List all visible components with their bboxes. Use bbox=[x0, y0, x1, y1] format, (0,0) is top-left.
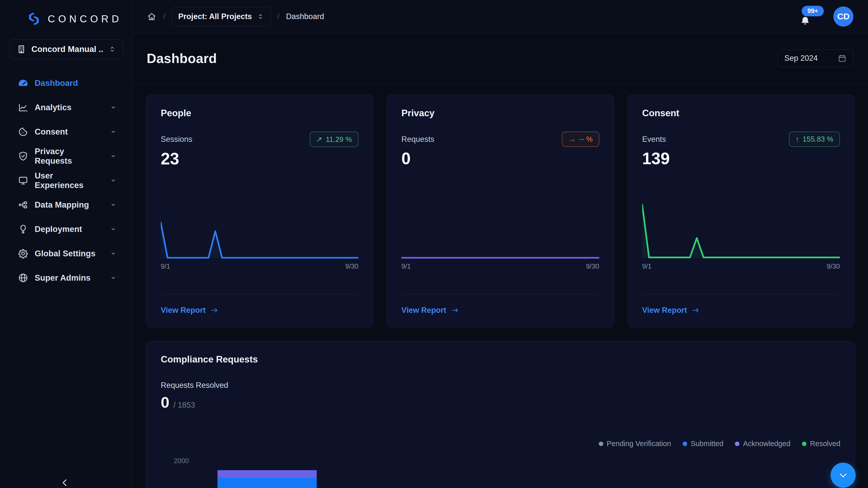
privacy-card: Privacy Requests → -- % 0 9/1 9/ bbox=[386, 95, 614, 328]
organization-selector[interactable]: Concord Manual ... bbox=[9, 39, 123, 59]
monitor-icon bbox=[18, 175, 29, 186]
legend-label: Pending Verification bbox=[607, 440, 671, 448]
gear-icon bbox=[18, 248, 29, 259]
trend-arrow-icon: ↑ bbox=[796, 135, 799, 143]
page-header: Dashboard Sep 2024 bbox=[133, 33, 868, 84]
sidebar-item-label: Analytics bbox=[35, 103, 103, 112]
chevron-down-icon bbox=[109, 201, 117, 209]
sidebar-item-dashboard[interactable]: Dashboard bbox=[0, 71, 132, 95]
metric-label: Sessions bbox=[161, 135, 192, 144]
card-divider bbox=[161, 294, 359, 294]
legend-item: Acknowledged bbox=[735, 440, 790, 448]
trend-value: 11.29 % bbox=[326, 135, 352, 143]
trend-arrow-icon: ↗ bbox=[316, 135, 322, 143]
x-axis-labels: 9/1 9/30 bbox=[642, 263, 840, 270]
consent-card: Consent Events ↑ 155.83 % 139 9/1 bbox=[627, 95, 855, 328]
date-filter-button[interactable]: Sep 2024 bbox=[778, 50, 854, 67]
chevron-down-icon bbox=[109, 128, 117, 136]
legend-dot-submitted bbox=[683, 442, 687, 446]
building-icon bbox=[16, 44, 26, 54]
brand-name: CONCORD bbox=[48, 13, 122, 25]
sidebar-item-user-experiences[interactable]: User Experiences bbox=[0, 168, 132, 193]
project-selector-label: Project: All Projects bbox=[178, 12, 252, 21]
people-card: People Sessions ↗ 11.29 % 23 9/1 bbox=[146, 95, 373, 328]
sidebar-nav: Dashboard Analytics Consent bbox=[0, 71, 132, 290]
notifications-button[interactable]: 99+ bbox=[799, 6, 823, 27]
chart-legend: Pending Verification Submitted Acknowled… bbox=[599, 440, 840, 448]
arrow-right-icon bbox=[691, 306, 700, 315]
y-axis-tick: 2000 bbox=[160, 457, 189, 465]
breadcrumb: / Project: All Projects / Dashboard bbox=[147, 7, 324, 26]
nodes-icon bbox=[18, 199, 29, 210]
topbar-right: 99+ CD bbox=[799, 6, 854, 27]
brand-logo: CONCORD bbox=[0, 7, 132, 27]
trend-arrow-icon: → bbox=[568, 135, 576, 143]
trend-badge: → -- % bbox=[562, 132, 599, 147]
breadcrumb-separator: / bbox=[277, 12, 280, 21]
concord-logo-icon bbox=[26, 10, 42, 27]
sidebar-item-label: Dashboard bbox=[35, 78, 117, 88]
metric-cards-row: People Sessions ↗ 11.29 % 23 9/1 bbox=[146, 95, 855, 328]
legend-label: Acknowledged bbox=[743, 440, 790, 448]
scroll-down-button[interactable] bbox=[831, 463, 856, 488]
metric-value: 23 bbox=[161, 149, 359, 168]
card-divider bbox=[642, 294, 840, 294]
notification-count-badge: 99+ bbox=[802, 6, 824, 16]
x-axis-end: 9/30 bbox=[345, 263, 359, 270]
x-axis-start: 9/1 bbox=[401, 263, 411, 270]
chevron-down-icon bbox=[109, 103, 117, 111]
bell-icon bbox=[799, 15, 811, 27]
globe-icon bbox=[18, 272, 29, 284]
requests-total: / 1853 bbox=[173, 401, 195, 410]
sidebar-item-privacy-requests[interactable]: Privacy Requests bbox=[0, 144, 132, 168]
bar-segment-submitted bbox=[217, 478, 317, 488]
shield-check-icon bbox=[18, 151, 29, 162]
legend-dot-resolved bbox=[802, 442, 806, 446]
events-chart-zone bbox=[642, 202, 840, 259]
chevron-up-down-icon bbox=[108, 45, 117, 54]
avatar[interactable]: CD bbox=[833, 6, 854, 27]
sidebar-item-data-mapping[interactable]: Data Mapping bbox=[0, 193, 132, 217]
legend-dot-pending bbox=[599, 442, 603, 446]
sidebar-item-super-admins[interactable]: Super Admins bbox=[0, 266, 132, 290]
metric-value: 0 bbox=[401, 149, 599, 168]
chevron-down-icon bbox=[109, 176, 117, 185]
view-report-label: View Report bbox=[161, 306, 206, 315]
bar-segment-acknowledged bbox=[217, 470, 317, 478]
legend-label: Resolved bbox=[810, 440, 840, 448]
compliance-title: Compliance Requests bbox=[161, 354, 840, 365]
trend-value: 155.83 % bbox=[802, 135, 833, 143]
x-axis-labels: 9/1 9/30 bbox=[161, 263, 359, 270]
breadcrumb-separator: / bbox=[163, 12, 165, 21]
compliance-metric-label: Requests Resolved bbox=[161, 381, 840, 390]
metric-label: Requests bbox=[401, 135, 434, 144]
sidebar-item-consent[interactable]: Consent bbox=[0, 120, 132, 144]
arrow-right-icon bbox=[451, 306, 459, 315]
sidebar-item-label: Super Admins bbox=[35, 273, 103, 283]
view-report-link[interactable]: View Report bbox=[161, 306, 359, 315]
dashboard-content: People Sessions ↗ 11.29 % 23 9/1 bbox=[133, 84, 868, 488]
sidebar-item-label: User Experiences bbox=[35, 171, 103, 190]
home-icon[interactable] bbox=[147, 11, 157, 22]
card-title: Consent bbox=[642, 108, 840, 119]
sidebar-item-global-settings[interactable]: Global Settings bbox=[0, 241, 132, 266]
requests-line-chart bbox=[401, 221, 599, 259]
x-axis-labels: 9/1 9/30 bbox=[401, 263, 599, 270]
view-report-link[interactable]: View Report bbox=[401, 306, 599, 315]
trend-badge: ↗ 11.29 % bbox=[310, 132, 359, 147]
project-selector[interactable]: Project: All Projects bbox=[172, 7, 271, 26]
legend-item: Pending Verification bbox=[599, 440, 671, 448]
card-title: Privacy bbox=[401, 108, 599, 119]
x-axis-end: 9/30 bbox=[827, 263, 840, 270]
sidebar-item-analytics[interactable]: Analytics bbox=[0, 95, 132, 120]
view-report-link[interactable]: View Report bbox=[642, 306, 840, 315]
sidebar-collapse-button[interactable] bbox=[59, 477, 71, 488]
chevron-down-icon bbox=[109, 152, 117, 160]
breadcrumb-page: Dashboard bbox=[286, 12, 324, 21]
legend-item: Submitted bbox=[683, 440, 723, 448]
chevron-down-icon bbox=[837, 469, 849, 481]
chevron-down-icon bbox=[109, 274, 117, 282]
gauge-icon bbox=[18, 77, 29, 89]
sidebar-item-deployment[interactable]: Deployment bbox=[0, 217, 132, 241]
requests-chart-zone bbox=[401, 202, 599, 259]
